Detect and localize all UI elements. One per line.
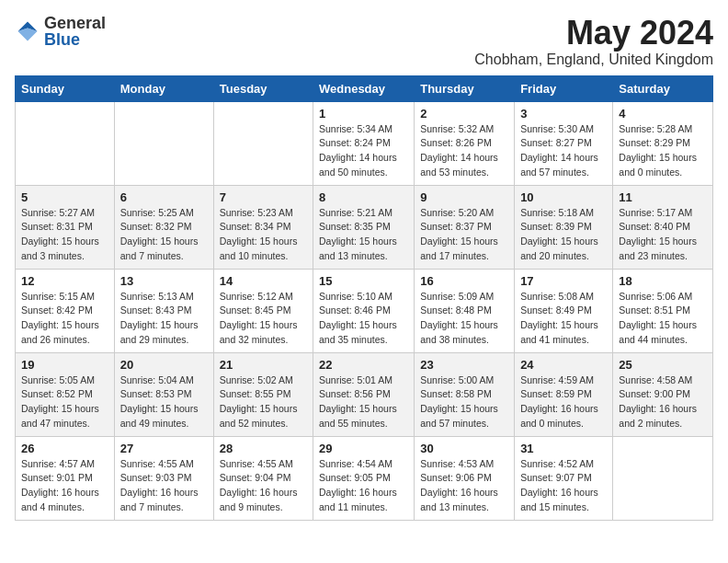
day-info: Sunrise: 5:30 AMSunset: 8:27 PMDaylight:… xyxy=(520,122,607,180)
day-cell: 29Sunrise: 4:54 AMSunset: 9:05 PMDayligh… xyxy=(313,436,415,520)
day-number: 17 xyxy=(520,274,607,288)
week-row-1: 5Sunrise: 5:27 AMSunset: 8:31 PMDaylight… xyxy=(16,185,713,269)
day-cell: 21Sunrise: 5:02 AMSunset: 8:55 PMDayligh… xyxy=(213,352,313,436)
day-info: Sunrise: 4:55 AMSunset: 9:04 PMDaylight:… xyxy=(220,457,307,515)
day-cell xyxy=(114,101,213,185)
day-cell: 31Sunrise: 4:52 AMSunset: 9:07 PMDayligh… xyxy=(515,436,613,520)
day-info: Sunrise: 5:10 AMSunset: 8:46 PMDaylight:… xyxy=(319,290,408,348)
day-info: Sunrise: 4:57 AMSunset: 9:01 PMDaylight:… xyxy=(21,457,108,515)
day-info: Sunrise: 5:04 AMSunset: 8:53 PMDaylight:… xyxy=(120,373,208,431)
day-cell: 6Sunrise: 5:25 AMSunset: 8:32 PMDaylight… xyxy=(114,185,213,269)
day-info: Sunrise: 5:01 AMSunset: 8:56 PMDaylight:… xyxy=(319,373,408,431)
week-row-2: 12Sunrise: 5:15 AMSunset: 8:42 PMDayligh… xyxy=(16,269,713,352)
day-number: 2 xyxy=(420,107,508,121)
header-thursday: Thursday xyxy=(415,75,515,101)
day-cell: 28Sunrise: 4:55 AMSunset: 9:04 PMDayligh… xyxy=(213,436,313,520)
day-info: Sunrise: 5:17 AMSunset: 8:40 PMDaylight:… xyxy=(619,206,707,264)
day-cell: 2Sunrise: 5:32 AMSunset: 8:26 PMDaylight… xyxy=(415,101,515,185)
day-info: Sunrise: 4:54 AMSunset: 9:05 PMDaylight:… xyxy=(319,457,408,515)
day-number: 15 xyxy=(319,274,408,288)
day-cell: 12Sunrise: 5:15 AMSunset: 8:42 PMDayligh… xyxy=(16,269,115,352)
day-info: Sunrise: 5:09 AMSunset: 8:48 PMDaylight:… xyxy=(420,290,508,348)
day-number: 25 xyxy=(619,358,707,372)
day-number: 13 xyxy=(120,274,208,288)
day-number: 8 xyxy=(319,190,408,204)
day-cell: 11Sunrise: 5:17 AMSunset: 8:40 PMDayligh… xyxy=(613,185,713,269)
day-number: 29 xyxy=(319,442,408,455)
day-cell: 17Sunrise: 5:08 AMSunset: 8:49 PMDayligh… xyxy=(515,269,613,352)
day-info: Sunrise: 5:06 AMSunset: 8:51 PMDaylight:… xyxy=(619,290,707,348)
week-row-3: 19Sunrise: 5:05 AMSunset: 8:52 PMDayligh… xyxy=(16,352,713,436)
day-info: Sunrise: 5:13 AMSunset: 8:43 PMDaylight:… xyxy=(120,290,208,348)
day-cell: 9Sunrise: 5:20 AMSunset: 8:37 PMDaylight… xyxy=(415,185,515,269)
header-monday: Monday xyxy=(114,75,213,101)
day-info: Sunrise: 5:28 AMSunset: 8:29 PMDaylight:… xyxy=(619,122,707,180)
day-cell: 1Sunrise: 5:34 AMSunset: 8:24 PMDaylight… xyxy=(313,101,415,185)
day-number: 31 xyxy=(520,442,607,455)
day-info: Sunrise: 5:12 AMSunset: 8:45 PMDaylight:… xyxy=(220,290,307,348)
day-info: Sunrise: 4:52 AMSunset: 9:07 PMDaylight:… xyxy=(520,457,607,515)
month-title: May 2024 xyxy=(474,15,713,52)
day-cell: 3Sunrise: 5:30 AMSunset: 8:27 PMDaylight… xyxy=(515,101,613,185)
day-cell: 18Sunrise: 5:06 AMSunset: 8:51 PMDayligh… xyxy=(613,269,713,352)
day-number: 6 xyxy=(120,190,208,204)
day-info: Sunrise: 5:25 AMSunset: 8:32 PMDaylight:… xyxy=(120,206,208,264)
day-number: 9 xyxy=(420,190,508,204)
location-title: Chobham, England, United Kingdom xyxy=(474,52,713,68)
day-cell: 20Sunrise: 5:04 AMSunset: 8:53 PMDayligh… xyxy=(114,352,213,436)
day-cell: 27Sunrise: 4:55 AMSunset: 9:03 PMDayligh… xyxy=(114,436,213,520)
day-number: 26 xyxy=(21,442,108,455)
day-number: 22 xyxy=(319,358,408,372)
week-row-0: 1Sunrise: 5:34 AMSunset: 8:24 PMDaylight… xyxy=(16,101,713,185)
day-info: Sunrise: 5:32 AMSunset: 8:26 PMDaylight:… xyxy=(420,122,508,180)
day-info: Sunrise: 4:55 AMSunset: 9:03 PMDaylight:… xyxy=(120,457,208,515)
day-number: 23 xyxy=(420,358,508,372)
day-cell: 13Sunrise: 5:13 AMSunset: 8:43 PMDayligh… xyxy=(114,269,213,352)
header: General Blue May 2024 Chobham, England, … xyxy=(15,15,713,68)
day-info: Sunrise: 5:34 AMSunset: 8:24 PMDaylight:… xyxy=(319,122,408,180)
header-saturday: Saturday xyxy=(613,75,713,101)
day-info: Sunrise: 5:21 AMSunset: 8:35 PMDaylight:… xyxy=(319,206,408,264)
day-number: 27 xyxy=(120,442,208,455)
day-cell: 30Sunrise: 4:53 AMSunset: 9:06 PMDayligh… xyxy=(415,436,515,520)
day-cell: 16Sunrise: 5:09 AMSunset: 8:48 PMDayligh… xyxy=(415,269,515,352)
day-cell xyxy=(16,101,115,185)
day-info: Sunrise: 5:00 AMSunset: 8:58 PMDaylight:… xyxy=(420,373,508,431)
day-number: 18 xyxy=(619,274,707,288)
day-info: Sunrise: 4:58 AMSunset: 9:00 PMDaylight:… xyxy=(619,373,707,431)
day-cell: 23Sunrise: 5:00 AMSunset: 8:58 PMDayligh… xyxy=(415,352,515,436)
day-number: 12 xyxy=(21,274,108,288)
day-number: 21 xyxy=(220,358,307,372)
day-cell xyxy=(213,101,313,185)
day-cell: 4Sunrise: 5:28 AMSunset: 8:29 PMDaylight… xyxy=(613,101,713,185)
day-cell: 14Sunrise: 5:12 AMSunset: 8:45 PMDayligh… xyxy=(213,269,313,352)
day-cell: 26Sunrise: 4:57 AMSunset: 9:01 PMDayligh… xyxy=(16,436,115,520)
day-cell: 8Sunrise: 5:21 AMSunset: 8:35 PMDaylight… xyxy=(313,185,415,269)
header-tuesday: Tuesday xyxy=(213,75,313,101)
day-cell: 7Sunrise: 5:23 AMSunset: 8:34 PMDaylight… xyxy=(213,185,313,269)
day-info: Sunrise: 4:53 AMSunset: 9:06 PMDaylight:… xyxy=(420,457,508,515)
logo-icon xyxy=(15,18,40,44)
day-number: 14 xyxy=(220,274,307,288)
header-sunday: Sunday xyxy=(16,75,115,101)
logo: General Blue xyxy=(15,15,106,48)
day-info: Sunrise: 4:59 AMSunset: 8:59 PMDaylight:… xyxy=(520,373,607,431)
day-cell: 5Sunrise: 5:27 AMSunset: 8:31 PMDaylight… xyxy=(16,185,115,269)
day-number: 7 xyxy=(220,190,307,204)
day-number: 30 xyxy=(420,442,508,455)
day-cell: 15Sunrise: 5:10 AMSunset: 8:46 PMDayligh… xyxy=(313,269,415,352)
day-info: Sunrise: 5:02 AMSunset: 8:55 PMDaylight:… xyxy=(220,373,307,431)
day-number: 1 xyxy=(319,107,408,121)
day-info: Sunrise: 5:15 AMSunset: 8:42 PMDaylight:… xyxy=(21,290,108,348)
day-number: 19 xyxy=(21,358,108,372)
logo-general-text: General xyxy=(44,15,106,31)
day-info: Sunrise: 5:20 AMSunset: 8:37 PMDaylight:… xyxy=(420,206,508,264)
day-cell: 25Sunrise: 4:58 AMSunset: 9:00 PMDayligh… xyxy=(613,352,713,436)
week-row-4: 26Sunrise: 4:57 AMSunset: 9:01 PMDayligh… xyxy=(16,436,713,520)
calendar-table: SundayMondayTuesdayWednesdayThursdayFrid… xyxy=(15,75,713,521)
day-cell: 24Sunrise: 4:59 AMSunset: 8:59 PMDayligh… xyxy=(515,352,613,436)
header-friday: Friday xyxy=(515,75,613,101)
day-cell: 19Sunrise: 5:05 AMSunset: 8:52 PMDayligh… xyxy=(16,352,115,436)
day-number: 20 xyxy=(120,358,208,372)
day-info: Sunrise: 5:05 AMSunset: 8:52 PMDaylight:… xyxy=(21,373,108,431)
